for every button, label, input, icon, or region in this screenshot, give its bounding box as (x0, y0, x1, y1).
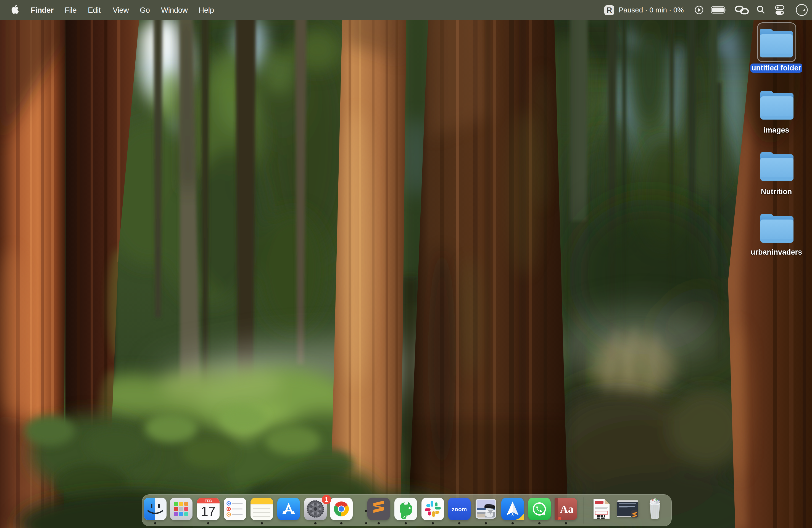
svg-text:17: 17 (201, 504, 215, 518)
svg-text:Aa: Aa (560, 503, 574, 515)
svg-text:zoom: zoom (452, 506, 467, 512)
svg-text:FEB: FEB (205, 499, 212, 503)
